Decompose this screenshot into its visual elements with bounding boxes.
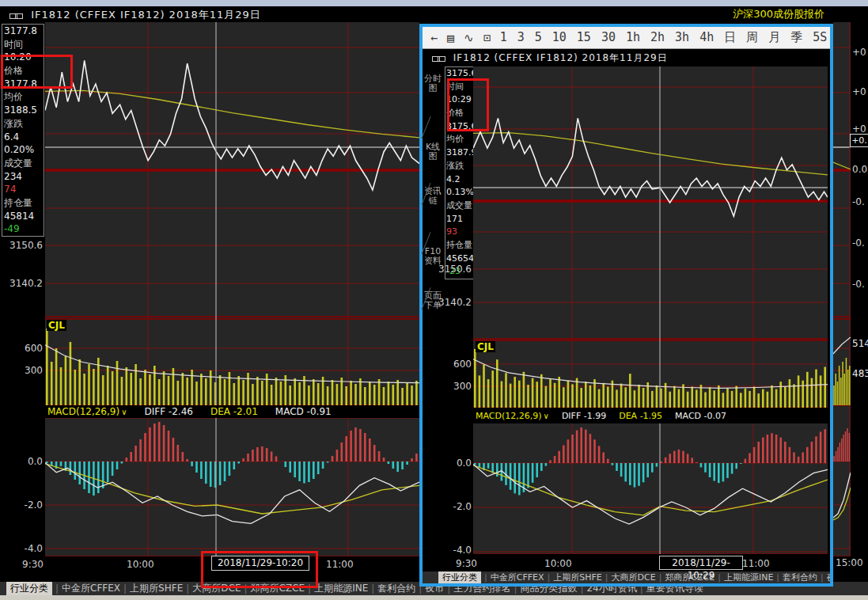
info-row: 234 (2, 170, 44, 184)
info-row: 均价 (2, 90, 44, 104)
link-icon (9, 7, 23, 24)
bottom-tab-5[interactable]: 上期能源INE (314, 582, 368, 595)
tab-separator: | (186, 583, 189, 594)
index-quote-link[interactable]: 沪深300成份股报价 (673, 7, 824, 21)
side-tab-0[interactable]: 分时图 (423, 74, 443, 112)
time-label: 10:00 (544, 558, 572, 569)
tab-separator: | (123, 583, 127, 594)
annotation-box-overlay-price (447, 78, 489, 131)
time-label: 9:30 (456, 558, 477, 569)
volume-indicator-label: CJL (476, 341, 495, 352)
period-button-日[interactable]: 日 (724, 30, 736, 45)
time-label: 15:00 (836, 557, 863, 568)
overlay-chart[interactable] (473, 66, 828, 554)
info-row: 4.2 (445, 173, 474, 187)
dea-value: DEA -2.01 (210, 406, 258, 417)
period-button-3h[interactable]: 3h (675, 30, 689, 45)
time-label: 11:00 (742, 558, 770, 569)
info-row: 持仓量 (2, 196, 44, 210)
pct-axis-label: +0 (852, 123, 866, 135)
macd-axis-label: -4.0 (3, 543, 43, 554)
bottom-tab-1[interactable]: 中金所CFFEX (491, 572, 544, 583)
tab-separator: | (776, 572, 779, 583)
info-row: 0.13% (445, 186, 474, 199)
info-row: 涨跌 (445, 160, 474, 173)
info-row: 171 (445, 213, 474, 226)
info-row: 持仓量 (445, 239, 474, 253)
macd-settings-dropdown[interactable]: MACD(12,26,9)∨ (476, 411, 549, 421)
volume-axis-label: 600 (3, 343, 43, 354)
bottom-tab-6[interactable]: 套利合约 (377, 582, 415, 595)
price-axis-label: 3150.6 (3, 240, 43, 251)
macd-name: MACD(12,26,9) (47, 406, 119, 417)
main-window-title: IF1812 (CFFEX IF1812) 2018年11月29日 (31, 9, 261, 21)
info-row: 均价 (445, 133, 474, 146)
bottom-tab-6[interactable]: 套利合约 (783, 572, 817, 583)
info-row: 3177.8 (2, 25, 44, 38)
time-label: 11:00 (326, 559, 354, 570)
period-button-季[interactable]: 季 (790, 30, 802, 45)
period-button-5[interactable]: 5 (535, 30, 542, 45)
caret-down-icon: ∨ (121, 408, 127, 416)
overlay-titlebar[interactable]: IF1812 (CFFEX IF1812) 2018年11月29日 (423, 49, 830, 66)
back-icon[interactable]: ← (430, 31, 438, 45)
volume-indicator-label: CJL (47, 320, 66, 331)
period-button-10[interactable]: 10 (552, 30, 567, 45)
info-row: 45814 (2, 210, 44, 223)
period-button-1[interactable]: 1 (500, 30, 507, 45)
bottom-tab-3[interactable]: 大商所DCE (612, 572, 656, 583)
info-row: 74 (2, 183, 44, 196)
bottom-tab-2[interactable]: 上期所SHFE (553, 572, 602, 583)
crosshair-date-box: 2018/11/29-10:29 (659, 556, 743, 570)
desktop-edge-strip (0, 595, 868, 600)
crosshair-pct-box: +0. (850, 134, 868, 147)
period-button-2h[interactable]: 2h (650, 30, 665, 45)
period-button-周[interactable]: 周 (746, 30, 758, 45)
pct-axis-label: -0. (852, 237, 865, 249)
macd-settings-dropdown[interactable]: MACD(12,26,9)∨ (47, 406, 127, 417)
overlay-bottom-tab-bar: 行业分类|中金所CFFEX|上期所SHFE|大商所DCE|郑商所CZCE|上期能… (423, 572, 830, 583)
main-chart[interactable] (45, 22, 419, 556)
bottom-tab-5[interactable]: 上期能源INE (724, 572, 773, 583)
macd-value: MACD -0.91 (275, 406, 332, 417)
period-buttons: 1351015301h2h3h4h日周月季5S (500, 30, 828, 45)
screen: IF1812 (CFFEX IF1812) 2018年11月29日 沪深300成… (0, 0, 868, 600)
annotation-box-date (201, 551, 318, 588)
macd-indicator-bar: MACD(12,26,9)∨ DIFF -2.46 DEA -2.01 MACD… (45, 405, 422, 418)
overlay-title: IF1812 (CFFEX IF1812) 2018年11月29日 (453, 52, 668, 63)
info-row: 涨跌 (2, 117, 44, 131)
period-button-30[interactable]: 30 (601, 30, 616, 45)
price-axis-label: 3140.2 (3, 278, 43, 289)
side-tab-1[interactable]: K线图 (423, 142, 443, 185)
bottom-tab-0[interactable]: 行业分类 (438, 572, 481, 583)
period-button-4h[interactable]: 4h (699, 30, 714, 45)
volume-axis-label: 300 (434, 381, 472, 392)
bottom-tab-1[interactable]: 中金所CFFEX (62, 582, 120, 595)
tab-separator: | (659, 572, 662, 583)
bottom-tab-7[interactable]: 夜市 (827, 572, 830, 583)
tab-separator: | (548, 572, 551, 583)
macd-value: MACD -0.07 (675, 411, 726, 421)
macd-axis-label: -2.0 (3, 499, 43, 511)
info-row: 93 (445, 226, 474, 239)
period-button-15[interactable]: 15 (577, 30, 591, 45)
table-view-icon[interactable]: ▤ (447, 31, 454, 45)
bottom-tab-2[interactable]: 上期所SHFE (130, 582, 183, 595)
price-axis-label: 3140.2 (434, 297, 472, 308)
line-chart-icon[interactable]: ∿ (464, 31, 474, 45)
pct-axis-label: +0 (852, 47, 866, 58)
bottom-tab-0[interactable]: 行业分类 (6, 582, 52, 595)
link-icon (432, 50, 445, 67)
main-chart-right-edge[interactable] (833, 22, 851, 556)
volume-axis-label: 600 (434, 359, 472, 370)
period-button-月[interactable]: 月 (768, 30, 780, 45)
period-button-3[interactable]: 3 (517, 30, 525, 45)
chart-box-icon[interactable]: ⊡ (483, 31, 491, 45)
pct-axis-label: -0. (852, 279, 865, 290)
tab-separator: | (605, 572, 608, 583)
caret-down-icon: ∨ (544, 412, 549, 420)
diff-value: DIFF -2.46 (144, 406, 192, 417)
info-row: 3188.5 (2, 104, 44, 117)
period-button-1h[interactable]: 1h (626, 30, 640, 45)
period-button-5S[interactable]: 5S (813, 30, 827, 45)
